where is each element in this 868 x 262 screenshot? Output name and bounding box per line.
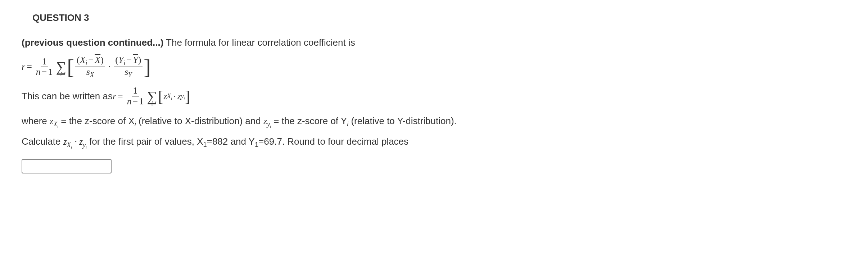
where-line: where zXi = the z-score of Xi (relative … [22, 114, 846, 130]
intro-text: The formula for linear correlation coeff… [163, 37, 355, 48]
question-title: QUESTION 3 [32, 11, 846, 25]
formula-2-line: This can be written as r = 1 n−1 ∑ i [ z… [22, 86, 846, 107]
written-as-text: This can be written as [22, 89, 113, 103]
formula-1: r = 1 n−1 ∑ i [ (Xi−X) sX · (Yi−Y) sY ] [22, 55, 846, 78]
intro-paragraph: (previous question continued...) The for… [22, 36, 846, 50]
intro-bold: (previous question continued...) [22, 37, 163, 48]
answer-input[interactable] [22, 159, 112, 173]
calculate-line: Calculate zXi · zyi for the first pair o… [22, 135, 846, 150]
